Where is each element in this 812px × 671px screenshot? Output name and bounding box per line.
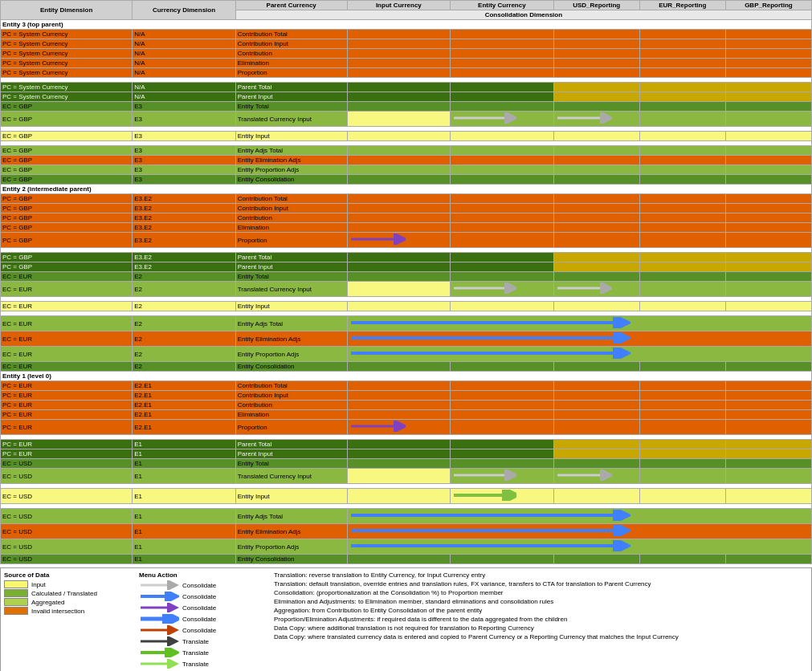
e1-r12-ec: EC = USD	[1, 524, 133, 539]
e3-r12-ec: EC = GBP	[1, 156, 133, 165]
arrow-svg-e3-9b	[556, 112, 612, 124]
e3-r9-gbp	[725, 112, 811, 127]
e1-r5-eur	[639, 420, 725, 435]
e1-r10-eur	[639, 489, 725, 504]
e1-r7-ic	[347, 449, 451, 459]
e2-r2-gbp	[725, 204, 811, 214]
e3-r14-consol: Entity Consolidation	[235, 175, 347, 185]
legend-invalid: Invalid intersection	[4, 607, 133, 615]
e1-row-11: EC = USD E1 Entity Adjs Total	[1, 509, 812, 524]
e2-r6-usd	[553, 253, 639, 262]
e2-r5-consol: Proportion	[235, 233, 347, 248]
e1-r8-consol: Entity Total	[235, 459, 347, 469]
e2-r6-eur	[639, 253, 725, 262]
legend-arrow-4	[139, 614, 179, 624]
col-currency-dim: Currency Dimension	[133, 1, 236, 20]
e2-row-3: PC = GBP E3.E2 Contribution	[1, 214, 812, 223]
e1-r13-curr: E1	[133, 539, 236, 555]
e3-r13-gbp	[725, 165, 811, 175]
e2-r6-entc	[451, 253, 554, 262]
legend-label-input: Input	[31, 581, 46, 588]
menu-label-1: Consolidate	[182, 582, 216, 589]
e1-r14-gbp	[725, 555, 811, 564]
e2-r11-rest	[347, 316, 811, 331]
e2-r13-ec: EC = EUR	[1, 347, 133, 362]
e2-r6-consol: Parent Total	[235, 253, 347, 262]
e2-r8-eur	[639, 272, 725, 282]
e2-r1-usd	[553, 194, 639, 204]
e2-r10-ec: EC = EUR	[1, 302, 133, 311]
e3-row-2: PC = System Currency N/A Contribution In…	[1, 39, 812, 49]
e3-r3-consol: Contribution	[235, 49, 347, 59]
menu-label-8: Translate	[182, 661, 209, 668]
e3-r7-entc	[451, 92, 554, 102]
e3-r7-usd	[553, 92, 639, 102]
e1-r2-consol: Contribution Input	[235, 391, 347, 401]
desc-5: Aggregation: from Contribution to Entity…	[274, 607, 808, 614]
e2-r10-curr: E2	[133, 302, 236, 311]
legend-color-agg	[4, 598, 28, 606]
e2-r3-consol: Contribution	[235, 214, 347, 223]
e1-r10-ic	[347, 489, 451, 504]
e2-r2-ic	[347, 204, 451, 214]
e1-r6-curr: E1	[133, 440, 236, 449]
e2-r14-entc	[451, 362, 554, 372]
e3-r9-usd	[553, 112, 639, 127]
e3-r3-ic	[347, 49, 451, 59]
e3-r7-gbp	[725, 92, 811, 102]
col-entity-dim: Entity Dimension	[1, 1, 133, 20]
e2-r14-gbp	[725, 362, 811, 372]
e2-r4-usd	[553, 223, 639, 233]
e2-r4-ec: PC = GBP	[1, 223, 133, 233]
menu-legend: Menu Action Consolidate Consolidate Cons…	[139, 571, 267, 670]
menu-item-7: Translate	[139, 648, 267, 657]
e3-r5-usd	[553, 68, 639, 78]
e1-row-3: PC = EUR E2.E1 Contribution	[1, 401, 812, 410]
e2-r14-ec: EC = EUR	[1, 362, 133, 372]
e3-r13-eur	[639, 165, 725, 175]
legend-arrow-6	[139, 636, 179, 646]
e1-r5-ic	[347, 420, 451, 435]
e2-r12-consol: Entity Elimination Adjs	[235, 331, 347, 347]
e3-r11-gbp	[725, 146, 811, 156]
e3-r3-entc	[451, 49, 554, 59]
desc-4: Elimination and Adjustments: to Eliminat…	[274, 598, 808, 605]
menu-item-8: Translate	[139, 659, 267, 669]
e2-r5-curr: E3.E2	[133, 233, 236, 248]
arrow-blue-e2c	[349, 348, 630, 359]
arrow-lt-green-e1	[452, 490, 516, 501]
e2-r7-ec: PC = GBP	[1, 262, 133, 272]
e1-r7-ec: PC = EUR	[1, 449, 133, 459]
e3-r4-usd	[553, 59, 639, 68]
e2-row-12: EC = EUR E2 Entity Elimination Adjs	[1, 331, 812, 347]
e3-r10-ic	[347, 132, 451, 141]
e1-r8-curr: E1	[133, 459, 236, 469]
e1-r10-consol: Entity Input	[235, 489, 347, 504]
arrow-purple-e1	[349, 421, 406, 432]
entity2-header: Entity 2 (intermediate parent)	[1, 185, 812, 194]
e1-r4-ec: PC = EUR	[1, 410, 133, 420]
e1-r3-usd	[553, 401, 639, 410]
e1-r9-ec: EC = USD	[1, 469, 133, 484]
desc-8: Data Copy: where translated currency dat…	[274, 633, 808, 640]
e1-row-4: PC = EUR E2.E1 Elimination	[1, 410, 812, 420]
e3-r13-curr: E3	[133, 165, 236, 175]
e1-r5-entc	[451, 420, 554, 435]
e2-r8-gbp	[725, 272, 811, 282]
e1-row-14: EC = USD E1 Entity Consolidation	[1, 555, 812, 564]
e2-r1-ec: PC = GBP	[1, 194, 133, 204]
e2-row-10: EC = EUR E2 Entity Input	[1, 302, 812, 311]
e2-r12-curr: E2	[133, 331, 236, 347]
e2-r4-consol: Elimination	[235, 223, 347, 233]
e3-r7-ec: PC = System Currency	[1, 92, 133, 102]
e2-r4-eur	[639, 223, 725, 233]
e2-r1-curr: E3.E2	[133, 194, 236, 204]
e1-row-9: EC = USD E1 Translated Currency Input	[1, 469, 812, 484]
menu-item-5: Consolidate	[139, 625, 267, 635]
e1-r2-ic	[347, 391, 451, 401]
e3-r12-eur	[639, 156, 725, 165]
e3-row-1: PC = System Currency N/A Contribution To…	[1, 30, 812, 39]
e3-r1-consol: Contribution Total	[235, 30, 347, 39]
arrow-svg-e2-9b	[556, 283, 612, 294]
e2-row-1: PC = GBP E3.E2 Contribution Total	[1, 194, 812, 204]
